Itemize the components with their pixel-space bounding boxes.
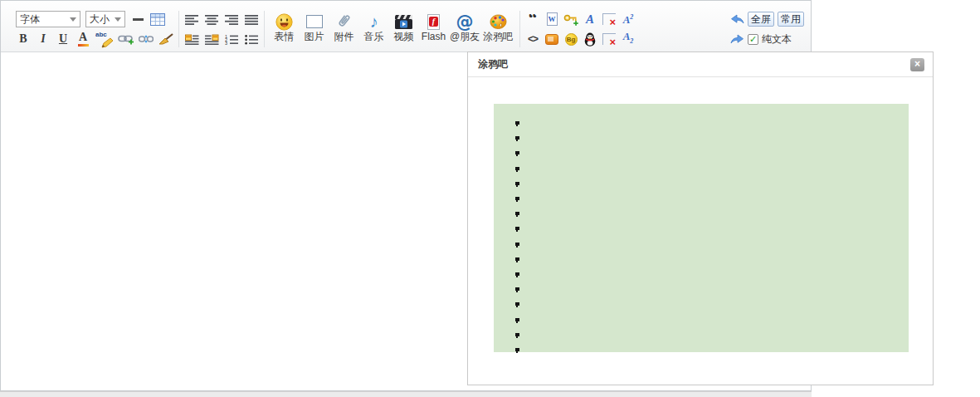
font-a-icon: A	[586, 14, 594, 24]
bullet	[515, 227, 519, 230]
abc-pencil-icon: abc	[95, 32, 113, 47]
undo-button[interactable]	[729, 11, 744, 27]
align-left-icon	[185, 14, 199, 25]
remove-subscript-button[interactable]: ×	[602, 31, 617, 47]
align-right-button[interactable]	[224, 11, 239, 27]
bold-button[interactable]: B	[16, 31, 31, 47]
toolbar-row-1: 全屏 常用	[729, 11, 804, 27]
at-friends-label: @朋友	[450, 32, 480, 42]
ordered-list-button[interactable]: 1 2 3	[224, 31, 239, 47]
image-button[interactable]: 图片	[300, 11, 329, 42]
bullet	[515, 333, 519, 336]
image-float-right-icon	[205, 34, 219, 45]
underline-button[interactable]: U	[56, 31, 71, 47]
at-icon: @	[456, 12, 474, 32]
bullet	[515, 197, 519, 200]
unordered-list-button[interactable]	[244, 31, 259, 47]
doodle-canvas[interactable]	[494, 104, 909, 352]
horizontal-rule-icon	[133, 18, 144, 21]
subscript-icon: A2	[623, 32, 634, 47]
italic-button[interactable]: I	[36, 31, 51, 47]
qq-button[interactable]	[583, 31, 597, 47]
bullet	[515, 318, 519, 321]
key-icon	[563, 13, 578, 26]
bullet	[515, 167, 519, 170]
fullscreen-button[interactable]: 全屏	[748, 12, 774, 27]
permission-key-button[interactable]	[563, 11, 578, 27]
doodle-button[interactable]: 涂鸦吧	[481, 11, 514, 42]
palette-icon	[490, 12, 507, 32]
clear-format-button[interactable]	[158, 31, 173, 47]
quote-icon: “	[529, 14, 538, 24]
remove-superscript-button[interactable]: ×	[602, 11, 617, 27]
remove-format-icon: ×	[602, 33, 616, 45]
font-select-value: 字体	[20, 12, 40, 27]
svg-text:3: 3	[225, 41, 227, 45]
bullet	[515, 287, 519, 291]
font-color-button[interactable]: A	[76, 31, 90, 47]
remove-link-button[interactable]	[139, 31, 154, 47]
bullet	[515, 182, 519, 185]
toolbar-separator	[264, 11, 265, 47]
flash-icon: f	[427, 12, 440, 32]
bullet	[515, 243, 519, 246]
emoticon-button[interactable]: 表情	[270, 11, 299, 42]
size-select[interactable]: 大小	[85, 11, 125, 27]
toolbar-group-insert-big: 表情 图片 附件	[270, 11, 514, 42]
bullet	[515, 151, 519, 154]
music-button[interactable]: ♪ 音乐	[359, 11, 388, 42]
word-doc-icon: W	[547, 12, 558, 26]
font-tag-button[interactable]: A	[583, 11, 597, 27]
plain-text-checkbox[interactable]: ✓	[748, 34, 758, 45]
undo-arrow-icon	[730, 13, 744, 25]
music-note-icon: ♪	[370, 12, 378, 32]
doodle-label: 涂鸦吧	[483, 32, 513, 42]
quote-button[interactable]: “	[525, 11, 540, 27]
plain-text-label: 纯文本	[762, 32, 792, 47]
bullet	[515, 272, 519, 276]
code-button[interactable]: <>	[525, 31, 540, 47]
at-friends-button[interactable]: @ @朋友	[449, 11, 480, 42]
emoticon-label: 表情	[275, 32, 295, 42]
hide-content-button[interactable]	[544, 31, 559, 47]
subscript-button[interactable]: A2	[621, 31, 636, 47]
underline-label: U	[59, 33, 67, 45]
attachment-button[interactable]: 附件	[329, 11, 358, 42]
horizontal-rule-button[interactable]	[130, 11, 145, 27]
bullet	[515, 121, 519, 125]
unordered-list-icon	[245, 34, 258, 45]
doodle-panel-header: 涂鸦吧 ×	[468, 52, 933, 77]
bg-color-icon: Bg	[565, 33, 578, 46]
editor-resize-bar[interactable]	[0, 391, 812, 397]
close-icon[interactable]: ×	[910, 58, 924, 71]
redo-button[interactable]	[729, 31, 744, 47]
flash-button[interactable]: f Flash	[419, 11, 448, 42]
image-icon	[306, 12, 323, 32]
rich-text-editor-page: 字体 大小	[0, 0, 980, 397]
toolbar-row-2: B I U A	[16, 31, 173, 47]
bullet	[515, 348, 519, 351]
hidden-block-icon	[545, 34, 558, 45]
doodle-panel: 涂鸦吧 ×	[467, 51, 934, 385]
common-mode-button[interactable]: 常用	[778, 12, 804, 27]
insert-link-button[interactable]	[118, 31, 134, 47]
highlight-abc-button[interactable]: abc	[95, 31, 113, 47]
align-justify-button[interactable]	[244, 11, 259, 27]
insert-table-button[interactable]	[150, 11, 165, 27]
font-color-icon: A	[78, 32, 89, 47]
link-icon	[118, 34, 134, 45]
video-button[interactable]: 视频	[389, 11, 418, 42]
align-center-button[interactable]	[204, 11, 219, 27]
superscript-button[interactable]: A2	[621, 11, 636, 27]
font-select[interactable]: 字体	[16, 11, 80, 27]
word-paste-button[interactable]: W	[544, 11, 559, 27]
toolbar-separator	[178, 11, 179, 47]
toolbar-row-1: “ W	[525, 11, 636, 27]
bg-color-button[interactable]: Bg	[563, 31, 578, 47]
video-label: 视频	[394, 32, 414, 42]
align-left-button[interactable]	[184, 11, 199, 27]
bullet	[515, 212, 519, 215]
align-center-icon	[205, 14, 219, 25]
image-float-right-button[interactable]	[204, 31, 219, 47]
image-float-left-button[interactable]	[184, 31, 199, 47]
